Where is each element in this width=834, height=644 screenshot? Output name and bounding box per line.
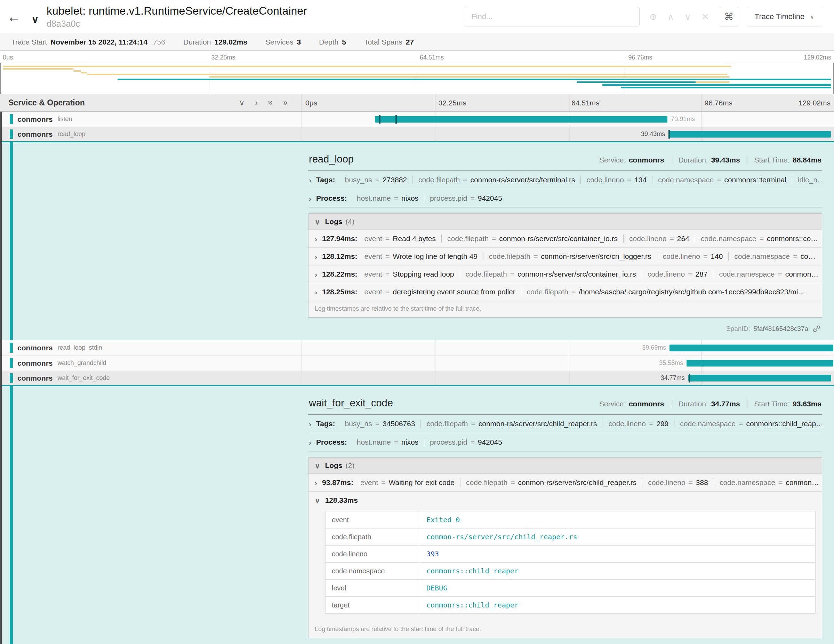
tag: code.namespace=conmonrs::terminal <box>652 176 792 184</box>
log-field: code.filepath=conmon-rs/server/src/conta… <box>460 270 642 278</box>
trace-services: Services 3 <box>256 38 310 46</box>
operation-name: watch_grandchild <box>58 359 107 367</box>
trace-minimap[interactable]: 0μs 32.25ms 64.51ms 96.76ms 129.02ms <box>0 51 834 94</box>
span-bar[interactable]: 35.58ms <box>687 360 833 366</box>
timeline-tick-label: 32.25ms <box>438 99 467 107</box>
back-button[interactable]: ← <box>7 9 26 25</box>
span-bar[interactable]: 70.91ms <box>375 116 668 123</box>
trace-view-selector[interactable]: Trace Timeline ∨ <box>747 7 822 26</box>
expand-all-button[interactable]: » <box>283 99 288 107</box>
gridline <box>435 340 435 355</box>
tag: code.filepath=conmon-rs/server/src/child… <box>420 419 602 428</box>
tag: code.lineno=299 <box>603 419 674 428</box>
timeline-tick-label: 96.76ms <box>705 99 733 107</box>
process-tag: host.name=nixos <box>351 438 424 447</box>
span-name-cell[interactable]: conmonrs wait_for_exit_code <box>0 371 302 385</box>
chevron-right-icon: › <box>309 439 311 446</box>
span-bar[interactable]: 39.43ms <box>668 131 831 138</box>
span-row-listen[interactable]: conmonrs listen 70.91ms <box>0 112 834 127</box>
copy-link-icon[interactable] <box>812 324 821 334</box>
locate-span-icon[interactable]: ⊕ <box>649 12 657 21</box>
duration-label: Duration: <box>678 156 708 164</box>
tags-accordion[interactable]: › Tags: busy_ns=34506763 code.filepath=c… <box>308 415 822 433</box>
log-entry[interactable]: › 128.22ms: event=Stopping read loop cod… <box>309 265 822 283</box>
span-timeline-cell[interactable]: 39.43ms <box>302 127 834 141</box>
minimap-canvas[interactable] <box>0 63 834 94</box>
span-detail-wait-for-exit-code: wait_for_exit_code Service: conmonrs Dur… <box>0 386 834 644</box>
find-input[interactable] <box>464 7 640 26</box>
minimap-tick-label: 129.02ms <box>804 54 831 61</box>
gridline <box>435 371 435 385</box>
span-row-read-loop[interactable]: conmonrs read_loop 39.43ms <box>0 127 834 142</box>
log-field: code.filepath=conmon-rs/server/src/conta… <box>441 235 623 243</box>
minimap-tick-label: 96.76ms <box>629 54 653 61</box>
keyboard-shortcuts-button[interactable]: ⌘ <box>719 7 739 26</box>
clear-search-icon[interactable]: ✕ <box>701 12 709 21</box>
span-row-watch-grandchild[interactable]: conmonrs watch_grandchild 35.58ms <box>0 356 834 371</box>
span-timeline-cell[interactable]: 39.69ms <box>302 340 834 355</box>
span-row-read-loop-stdin[interactable]: conmonrs read_loop_stdin 39.69ms <box>0 340 834 356</box>
tags-accordion[interactable]: › Tags: busy_ns=273882 code.filepath=con… <box>308 171 822 189</box>
tag: code.filepath=conmon-rs/server/src/termi… <box>412 176 580 184</box>
depth-label: Depth <box>319 38 338 46</box>
log-timestamp: 128.22ms: <box>322 270 357 278</box>
collapse-one-button[interactable]: ∨ <box>239 99 245 107</box>
next-result-icon[interactable]: ∨ <box>684 12 691 21</box>
span-color-strip <box>10 386 13 644</box>
span-name-cell[interactable]: conmonrs listen <box>0 112 302 127</box>
logs-header[interactable]: ∨ Logs (4) <box>309 214 822 230</box>
span-id-row: SpanID: 5faf48165428c37a <box>308 318 822 334</box>
log-entry-expanded[interactable]: ∨ 128.33ms <box>309 492 822 509</box>
minimap-span-segment <box>577 81 696 83</box>
logs-title: Logs <box>325 217 342 226</box>
process-accordion[interactable]: › Process: host.name=nixos process.pid=9… <box>308 189 822 208</box>
log-entry[interactable]: › 128.12ms: event=Wrote log line of leng… <box>309 248 822 265</box>
log-field: event=Waiting for exit code <box>355 478 460 487</box>
collapse-all-button[interactable]: » <box>267 100 275 105</box>
span-timeline-cell[interactable]: 34.77ms <box>302 371 834 385</box>
tag: code.lineno=134 <box>580 176 652 184</box>
prev-result-icon[interactable]: ∧ <box>668 12 674 21</box>
span-row-wait-for-exit-code[interactable]: conmonrs wait_for_exit_code 34.77ms <box>0 371 834 386</box>
chevron-right-icon: › <box>309 420 311 427</box>
span-timeline-cell[interactable]: 35.58ms <box>302 356 834 371</box>
span-timeline-cell[interactable]: 70.91ms <box>302 112 834 127</box>
log-entry[interactable]: › 128.25ms: event=deregistering event so… <box>309 283 822 301</box>
table-row: code.filepathconmon-rs/server/src/child_… <box>325 529 816 545</box>
gridline <box>435 356 435 371</box>
gridline <box>435 94 435 111</box>
span-color-strip <box>10 142 13 340</box>
operation-name: wait_for_exit_code <box>58 374 110 382</box>
start-time-value: 88.84ms <box>793 156 821 164</box>
tag: busy_ns=273882 <box>339 176 412 184</box>
span-name-cell[interactable]: conmonrs read_loop_stdin <box>0 340 302 355</box>
services-label: Services <box>265 38 294 46</box>
log-fields-table: eventExited 0 code.filepathconmon-rs/ser… <box>325 511 816 614</box>
process-accordion[interactable]: › Process: host.name=nixos process.pid=9… <box>308 433 822 451</box>
page-title: kubelet: runtime.v1.RuntimeService/Creat… <box>47 5 307 18</box>
service-name: conmonrs <box>18 115 53 123</box>
span-color-bar <box>10 373 13 383</box>
span-name-cell[interactable]: conmonrs read_loop <box>0 127 302 141</box>
timeline-ruler: 0μs 32.25ms 64.51ms 96.76ms 129.02ms <box>302 94 834 111</box>
logs-header[interactable]: ∨ Logs (2) <box>309 458 822 474</box>
log-field: event=deregistering event source from po… <box>359 288 521 296</box>
log-field: code.namespace=conmon… <box>713 270 822 278</box>
span-name-cell[interactable]: conmonrs watch_grandchild <box>0 356 302 371</box>
logs-title: Logs <box>325 461 342 470</box>
log-fields-table-wrap: eventExited 0 code.filepathconmon-rs/ser… <box>309 509 822 621</box>
span-bar[interactable]: 39.69ms <box>669 345 833 351</box>
span-duration-label: 39.43ms <box>641 131 665 138</box>
span-bar[interactable]: 34.77ms <box>688 375 832 381</box>
log-entry[interactable]: › 127.94ms: event=Read 4 bytes code.file… <box>309 230 822 248</box>
chevron-down-icon: ∨ <box>315 497 320 504</box>
gridline <box>701 112 701 127</box>
log-marker <box>668 130 670 139</box>
expand-one-button[interactable]: › <box>255 99 258 107</box>
collapse-trace-header-icon[interactable]: ∨ <box>31 14 39 25</box>
gridline <box>568 340 568 355</box>
log-field: code.lineno=264 <box>623 235 695 243</box>
table-row: targetconmonrs::child_reaper <box>325 597 816 614</box>
log-entry[interactable]: › 93.87ms: event=Waiting for exit code c… <box>309 474 822 492</box>
log-timestamp: 128.33ms <box>325 496 358 505</box>
